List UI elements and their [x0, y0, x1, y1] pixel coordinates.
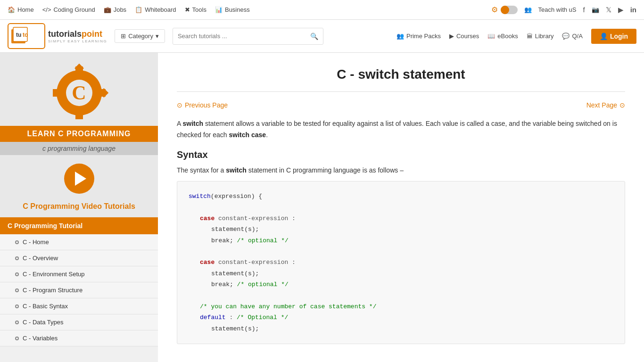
code-stmt2: statement(s);	[211, 270, 259, 277]
jobs-icon: 💼	[104, 6, 111, 13]
title-divider	[177, 91, 625, 92]
sidebar-item-home[interactable]: C - Home	[0, 234, 158, 250]
case-keyword-1: case	[200, 215, 215, 222]
sidebar-item-overview[interactable]: C - Overview	[0, 250, 158, 266]
search-input[interactable]	[178, 33, 310, 40]
qa-icon: 💬	[562, 33, 570, 40]
library-icon: 🏛	[527, 33, 533, 40]
code-case1: case constant-expression :	[200, 215, 296, 222]
page-navigation-row: ⊙ Previous Page Next Page ⊙	[177, 101, 625, 109]
switch-bold-2: switch case	[229, 131, 266, 139]
bullet-icon	[15, 288, 19, 292]
sidebar: C LEARN C PROGRAMMING c programming lang…	[0, 53, 158, 362]
top-bar-right: ⚙ 👥 Teach with uS f 📷 𝕏 ▶ in	[491, 5, 636, 14]
ebooks-link[interactable]: 📖 eBooks	[487, 33, 518, 40]
settings-icon: ⚙	[491, 5, 498, 14]
code-comment-2: /* optional */	[237, 281, 289, 288]
page-title: C - switch statement	[177, 67, 625, 82]
content-wrap: C LEARN C PROGRAMMING c programming lang…	[0, 53, 644, 362]
svg-rect-9	[53, 89, 60, 97]
teach-icon: 👥	[524, 6, 532, 13]
search-box: 🔍	[173, 28, 323, 45]
case-keyword-2: case	[200, 259, 215, 266]
nav-jobs[interactable]: 💼 Jobs	[104, 6, 126, 13]
sidebar-item-variables[interactable]: C - Variables	[0, 330, 158, 346]
default-keyword: default	[200, 314, 226, 321]
nav-coding-ground[interactable]: </> Coding Ground	[42, 6, 95, 13]
instagram-icon[interactable]: 📷	[592, 6, 599, 13]
bullet-icon	[15, 240, 19, 244]
svg-text:to: to	[23, 32, 28, 38]
facebook-icon[interactable]: f	[583, 6, 585, 14]
prev-page-button[interactable]: ⊙ Previous Page	[177, 101, 228, 109]
code-paren-open: (	[211, 193, 215, 200]
logo-wrap[interactable]: tu to tutorialspoint SIMPLY EASY LEARNIN…	[8, 23, 107, 49]
sidebar-item-data-types[interactable]: C - Data Types	[0, 314, 158, 330]
code-case2: case constant-expression :	[200, 259, 296, 266]
sidebar-item-env-setup[interactable]: C - Environment Setup	[0, 266, 158, 282]
logo-tagline: SIMPLY EASY LEARNING	[48, 39, 107, 43]
main-header: tu to tutorialspoint SIMPLY EASY LEARNIN…	[0, 20, 644, 53]
gear-c-icon: C	[49, 62, 110, 123]
code-stmt3: statement(s);	[211, 325, 259, 332]
switch-bold-1: switch	[182, 120, 203, 127]
logo-text: tutorialspoint	[48, 29, 102, 39]
nav-home[interactable]: 🏠 Home	[8, 6, 34, 13]
intro-paragraph: A switch statement allows a variable to …	[177, 118, 625, 141]
theme-toggle[interactable]	[501, 6, 518, 14]
video-tutorials-label: C Programming Video Tutorials	[0, 202, 158, 217]
qa-link[interactable]: 💬 Q/A	[562, 33, 582, 40]
tools-icon: ✖	[185, 6, 190, 13]
sidebar-active-item[interactable]: C Programming Tutorial	[0, 217, 158, 234]
category-button[interactable]: ⊞ Category ▾	[115, 29, 165, 43]
switch-bold-3: switch	[226, 166, 247, 174]
login-button[interactable]: 👤 Login	[591, 29, 636, 44]
prime-packs-icon: 👥	[396, 33, 404, 40]
prime-packs-link[interactable]: 👥 Prime Packs	[396, 33, 441, 40]
nav-tools[interactable]: ✖ Tools	[185, 6, 206, 13]
code-comment-optional: /* Optional */	[237, 314, 288, 321]
code-paren-close: ) {	[251, 193, 262, 200]
code-default: default : /* Optional */	[200, 314, 288, 321]
code-keyword-switch: switch	[189, 193, 211, 200]
bullet-icon	[15, 321, 19, 324]
youtube-icon[interactable]: ▶	[618, 6, 624, 14]
bullet-icon	[15, 304, 19, 308]
grid-icon: ⊞	[121, 33, 126, 40]
twitter-icon[interactable]: 𝕏	[606, 6, 611, 14]
code-comment-number: /* you can have any number of case state…	[200, 303, 376, 310]
nav-whiteboard[interactable]: 📋 Whiteboard	[135, 6, 176, 13]
top-navigation-bar: 🏠 Home </> Coding Ground 💼 Jobs 📋 Whiteb…	[0, 0, 644, 20]
code-icon: </>	[42, 6, 51, 13]
search-icon: 🔍	[310, 33, 318, 40]
bullet-icon	[15, 337, 19, 340]
chevron-down-icon: ▾	[156, 33, 159, 40]
play-button[interactable]	[64, 164, 94, 194]
code-block: switch(expression) { case constant-expre…	[177, 181, 625, 344]
ebooks-icon: 📖	[487, 33, 495, 40]
bullet-icon	[15, 272, 19, 276]
teach-link[interactable]: Teach with uS	[538, 6, 577, 13]
prev-icon: ⊙	[177, 101, 182, 109]
top-bar-links: 🏠 Home </> Coding Ground 💼 Jobs 📋 Whiteb…	[8, 6, 482, 13]
sidebar-lang-label: c programming language	[0, 142, 158, 155]
linkedin-icon[interactable]: in	[630, 6, 636, 14]
play-icon	[75, 172, 86, 186]
sidebar-menu: C - Home C - Overview C - Environment Se…	[0, 234, 158, 346]
gear-wrap: C	[0, 53, 158, 126]
courses-link[interactable]: ▶ Courses	[449, 33, 479, 40]
next-icon: ⊙	[619, 101, 625, 109]
sidebar-item-program-structure[interactable]: C - Program Structure	[0, 282, 158, 298]
code-break2: break; /* optional */	[211, 281, 289, 288]
sidebar-item-basic-syntax[interactable]: C - Basic Syntax	[0, 298, 158, 314]
header-nav-links: 👥 Prime Packs ▶ Courses 📖 eBooks 🏛 Libra…	[396, 29, 636, 44]
main-content: C - switch statement ⊙ Previous Page Nex…	[158, 53, 644, 362]
nav-business[interactable]: 📊 Business	[215, 6, 250, 13]
home-icon: 🏠	[8, 6, 15, 13]
courses-icon: ▶	[449, 33, 454, 40]
next-page-button[interactable]: Next Page ⊙	[586, 101, 625, 109]
code-colon: :	[229, 314, 237, 321]
logo-svg: tu to	[9, 25, 43, 48]
library-link[interactable]: 🏛 Library	[527, 33, 554, 40]
business-icon: 📊	[215, 6, 223, 13]
